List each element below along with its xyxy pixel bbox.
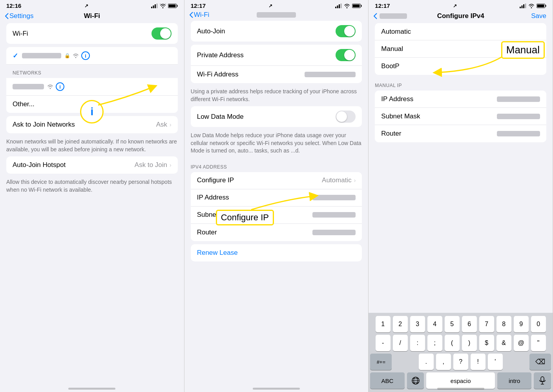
subnet-mask-label-3: Subnet Mask <box>381 113 497 120</box>
status-bar-3: 12:17 ↗ <box>369 0 553 11</box>
auto-join-toggle-2[interactable] <box>336 25 356 37</box>
low-data-row[interactable]: Low Data Mode <box>191 106 362 127</box>
key-exclaim[interactable]: ! <box>471 354 485 370</box>
wifi-icon-other <box>47 84 53 89</box>
nav-back-3[interactable] <box>373 13 407 19</box>
key-abc[interactable]: ABC <box>370 372 404 389</box>
connected-network-name <box>22 53 61 58</box>
mic-icon <box>539 376 546 385</box>
manual-annotation-box: Manual <box>501 41 545 59</box>
key-period[interactable]: . <box>419 354 434 370</box>
key-slash[interactable]: / <box>393 335 408 351</box>
info-annotation-circle: i <box>80 100 104 123</box>
automatic-label: Automatic <box>381 28 540 36</box>
connected-info-btn[interactable]: i <box>81 51 90 60</box>
key-at[interactable]: @ <box>514 335 529 351</box>
key-1[interactable]: 1 <box>376 316 391 332</box>
nav-back-2[interactable]: Wi-Fi <box>189 11 210 19</box>
key-symbols-toggle[interactable]: #+= <box>370 354 392 370</box>
key-0[interactable]: 0 <box>531 316 546 332</box>
wifi-toggle-row[interactable]: Wi-Fi <box>6 23 178 44</box>
key-5[interactable]: 5 <box>445 316 460 332</box>
key-4[interactable]: 4 <box>427 316 442 332</box>
home-indicator-1 <box>68 388 115 390</box>
key-3[interactable]: 3 <box>410 316 425 332</box>
key-ampersand[interactable]: & <box>496 335 511 351</box>
key-question[interactable]: ? <box>453 354 468 370</box>
wifi-addr-row: Wi-Fi Address <box>191 66 362 83</box>
key-2[interactable]: 2 <box>393 316 408 332</box>
nav-title-1: Wi-Fi <box>84 12 100 20</box>
network-icons: 🔒 i <box>64 51 90 60</box>
panel-configure-ipv4: 12:17 ↗ C <box>369 0 553 392</box>
router-value-2 <box>312 230 356 235</box>
key-globe[interactable] <box>407 372 424 389</box>
auto-join-row[interactable]: Auto-Join Hotspot Ask to Join › <box>6 156 178 174</box>
svg-rect-3 <box>156 4 157 8</box>
connected-check-icon: ✓ <box>13 52 18 60</box>
auto-join-row-2[interactable]: Auto-Join <box>191 21 362 42</box>
key-dollar[interactable]: $ <box>479 335 494 351</box>
key-close-paren[interactable]: ) <box>462 335 477 351</box>
save-button-3[interactable]: Save <box>531 12 546 20</box>
key-return[interactable]: intro <box>497 372 531 389</box>
ip-address-row-3[interactable]: IP Address <box>375 91 546 108</box>
router-row-3[interactable]: Router <box>375 125 546 142</box>
connected-network-row[interactable]: ✓ 🔒 i <box>6 47 178 65</box>
lock-icon: 🔒 <box>64 53 70 58</box>
status-time-2: 12:17 <box>191 2 206 9</box>
key-apostrophe[interactable]: ' <box>488 354 503 370</box>
status-bar-2: 12:17 ↗ <box>184 0 369 11</box>
key-semicolon[interactable]: ; <box>427 335 442 351</box>
key-quote[interactable]: " <box>531 335 546 351</box>
automatic-option[interactable]: Automatic <box>375 23 546 40</box>
other-network-icons: i <box>47 82 64 91</box>
private-addr-label: Private Address <box>197 51 336 59</box>
renew-lease-label[interactable]: Renew Lease <box>197 249 356 257</box>
low-data-label: Low Data Mode <box>197 113 336 121</box>
private-addr-row[interactable]: Private Address <box>191 45 362 66</box>
key-space[interactable]: espacio <box>426 372 495 389</box>
key-7[interactable]: 7 <box>479 316 494 332</box>
status-arrow-3: ↗ <box>453 3 457 9</box>
router-label-2: Router <box>197 229 313 236</box>
svg-rect-0 <box>151 7 152 8</box>
low-data-group: Low Data Mode <box>191 106 362 127</box>
wifi-toggle[interactable] <box>151 27 172 40</box>
key-minus[interactable]: - <box>376 335 391 351</box>
key-mic[interactable] <box>534 372 551 389</box>
other-network-info-btn[interactable]: i <box>56 82 64 91</box>
key-6[interactable]: 6 <box>462 316 477 332</box>
signal-icon-3 <box>520 4 526 8</box>
key-backspace[interactable]: ⌫ <box>529 354 551 370</box>
keyboard: 1 2 3 4 5 6 7 8 9 0 - / : ; ( ) $ & @ " … <box>369 313 553 392</box>
battery-icon-2 <box>352 4 362 8</box>
auto-join-desc: Allow this device to automatically disco… <box>0 177 184 197</box>
wifi-status-icon-2 <box>344 4 350 8</box>
key-colon[interactable]: : <box>410 335 425 351</box>
key-9[interactable]: 9 <box>514 316 529 332</box>
configure-ip-row[interactable]: Configure IP Automatic › <box>191 172 362 189</box>
private-addr-toggle[interactable] <box>336 49 356 61</box>
svg-rect-26 <box>541 377 544 381</box>
battery-icon-1 <box>168 4 178 8</box>
svg-rect-10 <box>341 4 342 8</box>
manual-ip-header: MANUAL IP <box>369 80 553 90</box>
other-network-row[interactable]: i <box>6 78 178 96</box>
subnet-mask-row-3[interactable]: Subnet Mask <box>375 108 546 125</box>
nav-bar-1: Settings Wi-Fi <box>0 11 184 23</box>
renew-lease-row[interactable]: Renew Lease <box>191 244 362 261</box>
signal-icon-2 <box>335 4 342 8</box>
private-addr-group: Private Address Wi-Fi Address <box>191 45 362 83</box>
key-8[interactable]: 8 <box>496 316 511 332</box>
low-data-toggle[interactable] <box>336 111 356 123</box>
key-open-paren[interactable]: ( <box>445 335 460 351</box>
svg-rect-7 <box>335 7 336 8</box>
globe-icon <box>411 376 420 385</box>
key-comma[interactable]: , <box>436 354 451 370</box>
nav-back-1[interactable]: Settings <box>5 12 33 20</box>
ip-address-value-2 <box>312 195 356 200</box>
manual-annotation-label: Manual <box>506 44 540 56</box>
bootp-option[interactable]: BootP <box>375 58 546 75</box>
router-value-3 <box>497 131 540 136</box>
